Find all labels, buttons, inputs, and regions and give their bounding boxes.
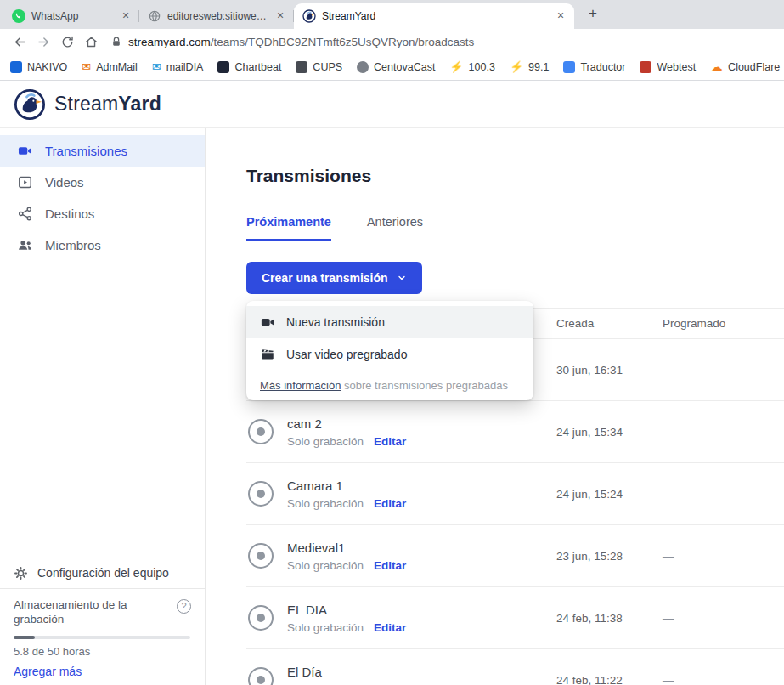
brand-wordmark: StreamYard	[54, 93, 161, 116]
whatsapp-icon	[12, 9, 25, 23]
record-icon	[248, 419, 274, 444]
bookmark-cloudflare[interactable]: ☁CloudFlare	[710, 61, 780, 73]
bookmark-label: 99.1	[528, 61, 549, 73]
clapperboard-icon	[260, 347, 275, 362]
menu-item-new-broadcast[interactable]: Nueva transmisión	[246, 306, 533, 338]
sidebar-item-miembros[interactable]: Miembros	[0, 229, 205, 261]
page-title: Transmisiones	[246, 166, 784, 186]
sidebar-item-destinos[interactable]: Destinos	[0, 198, 205, 229]
broadcast-title: cam 2	[287, 416, 406, 431]
bookmark-admmail[interactable]: ✉AdmMail	[82, 61, 138, 73]
bookmark-cups[interactable]: CUPS	[296, 61, 342, 73]
add-more-link[interactable]: Agregar más	[14, 665, 191, 678]
created-cell: 24 feb, 11:22	[556, 674, 663, 685]
column-header-created: Creada	[556, 317, 663, 330]
edit-link[interactable]: Editar	[374, 497, 406, 510]
close-icon[interactable]: ×	[554, 9, 567, 23]
record-icon	[248, 481, 274, 507]
bookmark-maildia[interactable]: ✉mailDIA	[152, 61, 204, 73]
scheduled-cell: —	[663, 674, 784, 685]
storage-usage: 5.8 de 50 horas	[14, 645, 191, 658]
edit-link[interactable]: Editar	[374, 621, 406, 634]
bookmark-label: NAKIVO	[27, 61, 67, 73]
bookmark-label: mailDIA	[166, 61, 204, 73]
close-icon[interactable]: ×	[274, 9, 287, 23]
members-icon	[17, 237, 33, 253]
tab-title: editoresweb:sitioweb:eldia.co	[167, 10, 268, 22]
browser-tab-whatsapp[interactable]: WhatsApp ×	[3, 3, 139, 29]
edit-link[interactable]: Editar	[374, 435, 406, 448]
broadcast-title: EL DIA	[287, 603, 406, 617]
bookmark-webtest[interactable]: Webtest	[640, 61, 696, 73]
table-row[interactable]: El Día Solo grabaciónEditar 24 feb, 11:2…	[246, 648, 784, 685]
record-icon	[248, 667, 274, 685]
close-icon[interactable]: ×	[119, 9, 133, 23]
storage-progress-bar	[14, 636, 190, 639]
browser-tab-streamyard[interactable]: StreamYard ×	[294, 3, 574, 29]
sidebar-item-transmisiones[interactable]: Transmisiones	[0, 135, 205, 167]
scheduled-cell: —	[663, 612, 784, 625]
browser-window: WhatsApp × editoresweb:sitioweb:eldia.co…	[0, 0, 784, 685]
menu-item-label: Usar video pregrabado	[286, 348, 407, 361]
team-settings-label: Configuración del equipo	[37, 566, 169, 580]
table-row[interactable]: Camara 1 Solo grabaciónEditar 24 jun, 15…	[246, 462, 784, 524]
bookmark-centovacast[interactable]: CentovaCast	[357, 61, 435, 73]
lightning-icon: ⚡	[449, 61, 463, 73]
help-icon[interactable]: ?	[177, 599, 191, 614]
menu-item-prerecorded-video[interactable]: Usar video pregrabado	[246, 338, 533, 371]
url-path: /teams/TQDhBC9ZNTmft6z5UsQVRyon/broadcas…	[211, 36, 475, 48]
tab-title: WhatsApp	[31, 10, 113, 22]
column-header-scheduled: Programado	[663, 317, 784, 330]
broadcast-title: Medieval1	[287, 541, 406, 555]
create-broadcast-menu: Nueva transmisión Usar video pregrabado …	[246, 301, 533, 400]
created-cell: 24 feb, 11:38	[556, 612, 663, 625]
forward-icon[interactable]	[32, 31, 54, 53]
url-text: streamyard.com/teams/TQDhBC9ZNTmft6z5UsQ…	[128, 36, 474, 48]
edit-link[interactable]: Editar	[374, 559, 406, 572]
table-row[interactable]: Medieval1 Solo grabaciónEditar 23 jun, 1…	[246, 524, 784, 586]
bookmarks-bar: NAKIVO ✉AdmMail ✉mailDIA Chartbeat CUPS …	[0, 54, 784, 81]
video-camera-icon	[260, 314, 275, 330]
sidebar-item-label: Destinos	[45, 207, 94, 221]
table-row[interactable]: EL DIA Solo grabaciónEditar 24 feb, 11:3…	[246, 586, 784, 648]
bookmark-nakivo[interactable]: NAKIVO	[10, 61, 67, 73]
sidebar: Transmisiones Videos Destinos Miembros C…	[0, 128, 206, 685]
bookmark-chartbeat[interactable]: Chartbeat	[217, 61, 281, 73]
bookmark-99-1[interactable]: ⚡99.1	[510, 61, 550, 73]
bookmark-traductor[interactable]: Traductor	[563, 61, 625, 73]
bookmark-100-3[interactable]: ⚡100.3	[449, 61, 495, 73]
sidebar-item-label: Transmisiones	[45, 144, 127, 158]
new-tab-button[interactable]: +	[582, 3, 604, 25]
reload-icon[interactable]	[56, 31, 78, 53]
webtest-icon	[640, 61, 651, 73]
storage-label: Almacenamiento de la grabación	[14, 597, 156, 627]
scheduled-cell: —	[663, 488, 784, 501]
cups-icon	[296, 61, 307, 73]
url-bar[interactable]: streamyard.com/teams/TQDhBC9ZNTmft6z5UsQ…	[110, 36, 474, 48]
cloud-icon: ☁	[710, 61, 723, 73]
lightning-icon: ⚡	[510, 61, 523, 73]
tab-proximamente[interactable]: Próximamente	[246, 215, 331, 241]
broadcast-subtitle: Solo grabación	[287, 559, 364, 572]
team-settings-button[interactable]: Configuración del equipo	[0, 558, 205, 588]
video-camera-icon	[17, 143, 33, 159]
chevron-down-icon	[397, 273, 407, 283]
scheduled-cell: —	[663, 426, 784, 439]
sidebar-footer: Configuración del equipo Almacenamiento …	[0, 558, 205, 685]
browser-tab-eldia[interactable]: editoresweb:sitioweb:eldia.co ×	[139, 3, 294, 29]
back-icon[interactable]	[8, 31, 31, 53]
storage-section: Almacenamiento de la grabación ? 5.8 de …	[0, 588, 205, 685]
nakivo-icon	[10, 61, 22, 73]
table-row[interactable]: cam 2 Solo grabaciónEditar 24 jun, 15:34…	[246, 400, 784, 462]
broadcast-title: El Día	[287, 665, 406, 679]
create-broadcast-button[interactable]: Crear una transmisión	[246, 262, 422, 294]
streamyard-logo-icon[interactable]	[14, 88, 46, 121]
tab-anteriores[interactable]: Anteriores	[367, 215, 423, 241]
tab-title: StreamYard	[322, 10, 548, 22]
more-info-link[interactable]: Más información	[260, 379, 341, 392]
sidebar-item-videos[interactable]: Videos	[0, 167, 205, 198]
broadcast-subtitle: Solo grabación	[287, 621, 364, 634]
storage-progress-fill	[14, 636, 35, 639]
home-icon[interactable]	[80, 31, 102, 53]
video-library-icon	[17, 174, 33, 190]
